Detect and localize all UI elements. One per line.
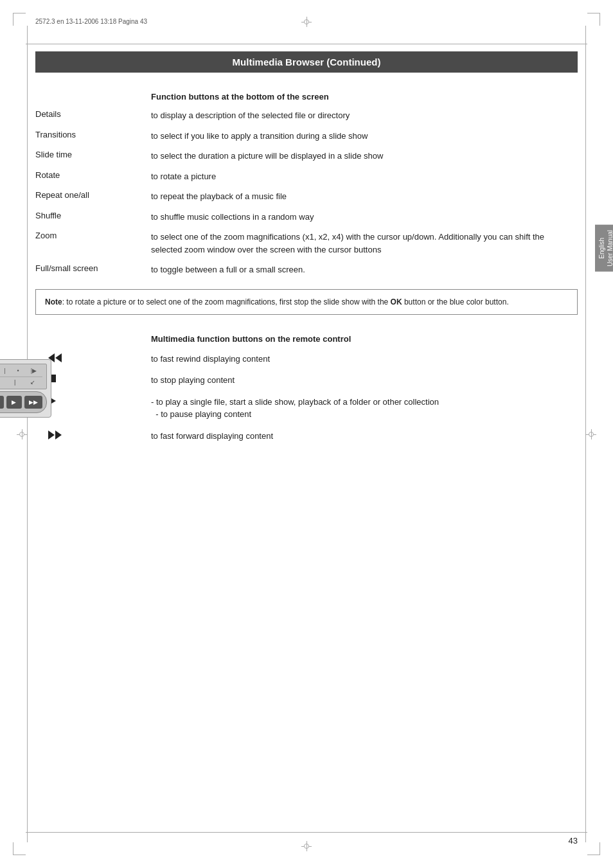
multimedia-row-ffwd: to fast forward displaying content [35, 430, 578, 443]
desc-stop: to stop playing content [151, 374, 578, 387]
cross-mark-top [301, 17, 312, 27]
label-transitions: Transitions [35, 130, 151, 139]
label-details: Details [35, 109, 151, 119]
top-border-line [26, 44, 587, 44]
multimedia-rows: to fast rewind displaying content to sto… [35, 353, 578, 443]
label-slide-time: Slide time [35, 150, 151, 159]
remote-icon-5: |▶ [31, 368, 37, 374]
cross-mark-left [17, 429, 27, 439]
desc-transitions: to select if you like to apply a transit… [151, 130, 578, 143]
doc-header: 2572.3 en 13-11-2006 13:18 Pagina 43 [35, 18, 147, 25]
label-zoom: Zoom [35, 231, 151, 240]
corner-mark-tr [587, 13, 600, 26]
desc-details: to display a description of the selected… [151, 109, 578, 122]
remote-mid-3: | [14, 379, 15, 385]
icon-cell-ffwd [35, 430, 151, 439]
page-number: 43 [569, 836, 578, 846]
cross-mark-right [586, 429, 596, 439]
section2-content: ◀| • | • |▶ ↗ — | ↙ [35, 353, 578, 443]
sidebar-line1: English [598, 238, 605, 259]
section2-heading: Multimedia function buttons on the remot… [151, 334, 578, 344]
remote-bottom-row: ◀◀ ■ ▶ ▶▶ [0, 391, 47, 413]
function-row-rotate: Rotate to rotate a picture [35, 170, 578, 183]
icon-cell-stop [35, 374, 151, 382]
page-title: Multimedia Browser (Continued) [35, 51, 578, 73]
desc-shuffle: to shuffle music collections in a random… [151, 211, 578, 224]
label-repeat: Repeat one/all [35, 190, 151, 200]
remote-mid-icons: ↗ — | ↙ [0, 376, 42, 385]
note-box: Note: to rotate a picture or to select o… [35, 289, 578, 315]
sidebar-label: English User Manual [595, 225, 613, 272]
desc-zoom: to select one of the zoom magnifications… [151, 231, 578, 256]
page-container: 2572.3 en 13-11-2006 13:18 Pagina 43 Eng… [0, 0, 613, 868]
multimedia-row-rewind: to fast rewind displaying content [35, 353, 578, 366]
desc-rotate: to rotate a picture [151, 170, 578, 183]
main-content: Multimedia Browser (Continued) Function … [35, 51, 578, 829]
remote-top-panel: ◀| • | • |▶ ↗ — | ↙ [0, 364, 47, 389]
section1: Function buttons at the bottom of the sc… [35, 92, 578, 315]
remote-mid-4: ↙ [30, 379, 35, 385]
label-rotate: Rotate [35, 170, 151, 180]
desc-ffwd: to fast forward displaying content [151, 430, 578, 443]
corner-mark-br [587, 842, 600, 855]
function-row-fullscreen: Full/small screen to toggle between a fu… [35, 263, 578, 276]
icon-cell-play [35, 396, 151, 405]
remote-drawing: ◀| • | • |▶ ↗ — | ↙ [0, 359, 51, 418]
desc-rewind: to fast rewind displaying content [151, 353, 578, 366]
doc-header-text: 2572.3 en 13-11-2006 13:18 Pagina 43 [35, 18, 147, 25]
desc-play: - to play a single file, start a slide s… [151, 396, 578, 421]
left-border-line [27, 26, 28, 842]
sidebar-line2: User Manual [607, 230, 613, 267]
corner-mark-bl [13, 842, 26, 855]
desc-repeat: to repeat the playback of a music file [151, 190, 578, 203]
function-row-zoom: Zoom to select one of the zoom magnifica… [35, 231, 578, 256]
desc-fullscreen: to toggle between a full or a small scre… [151, 263, 578, 276]
desc-slide-time: to select the duration a picture will be… [151, 150, 578, 163]
remote-control-image: ◀| • | • |▶ ↗ — | ↙ [0, 359, 51, 418]
multimedia-row-stop: to stop playing content [35, 374, 578, 387]
function-row-details: Details to display a description of the … [35, 109, 578, 122]
function-row-repeat: Repeat one/all to repeat the playback of… [35, 190, 578, 203]
function-row-transitions: Transitions to select if you like to app… [35, 130, 578, 143]
ffwd-tri-2 [55, 430, 62, 439]
label-shuffle: Shuffle [35, 211, 151, 220]
remote-icon-3: | [4, 368, 5, 374]
bottom-border-line [26, 832, 587, 833]
remote-btn-ffwd[interactable]: ▶▶ [24, 396, 42, 409]
multimedia-row-play: - to play a single file, start a slide s… [35, 396, 578, 421]
remote-icon-4: • [17, 368, 19, 374]
remote-top-icons: ◀| • | • |▶ [0, 368, 42, 374]
fastforward-icon [48, 430, 62, 439]
corner-mark-tl [13, 13, 26, 26]
remote-btn-stop[interactable]: ■ [0, 396, 4, 409]
function-row-shuffle: Shuffle to shuffle music collections in … [35, 211, 578, 224]
section1-heading: Function buttons at the bottom of the sc… [151, 92, 578, 102]
remote-btn-play[interactable]: ▶ [6, 396, 22, 409]
section2: Multimedia function buttons on the remot… [35, 334, 578, 443]
rewind-tri-2 [55, 353, 62, 362]
function-table: Details to display a description of the … [35, 109, 578, 276]
icon-cell-rewind [35, 353, 151, 362]
label-fullscreen: Full/small screen [35, 263, 151, 273]
function-row-slide-time: Slide time to select the duration a pict… [35, 150, 578, 163]
cross-mark-bottom [301, 841, 312, 851]
ffwd-tri-1 [48, 430, 55, 439]
